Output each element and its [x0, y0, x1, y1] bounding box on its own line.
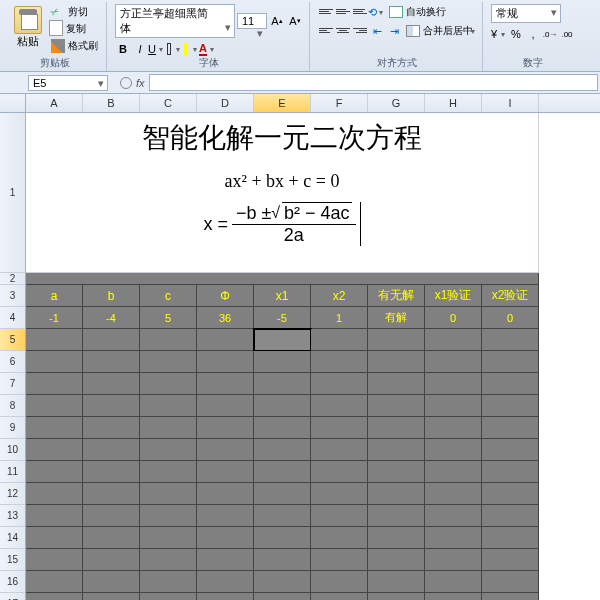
row-header[interactable]: 6: [0, 351, 26, 373]
data-cell[interactable]: [26, 439, 83, 461]
data-cell[interactable]: [425, 593, 482, 600]
data-cell[interactable]: 有解: [368, 307, 425, 329]
header-cell[interactable]: x1: [254, 285, 311, 307]
header-cell[interactable]: b: [83, 285, 140, 307]
row-header[interactable]: 5: [0, 329, 26, 351]
data-cell[interactable]: [311, 593, 368, 600]
data-cell[interactable]: [140, 329, 197, 351]
data-cell[interactable]: [368, 351, 425, 373]
data-cell[interactable]: [140, 571, 197, 593]
increase-decimal-button[interactable]: .0→: [542, 26, 558, 42]
row-header[interactable]: 16: [0, 571, 26, 593]
data-cell[interactable]: [140, 593, 197, 600]
data-cell[interactable]: [425, 571, 482, 593]
data-cell[interactable]: [482, 329, 539, 351]
data-cell[interactable]: [482, 395, 539, 417]
active-cell[interactable]: [254, 329, 311, 351]
title-cell[interactable]: 智能化解一元二次方程 ax² + bx + c = 0 x = −b ± √b²…: [26, 113, 539, 273]
name-box[interactable]: E5: [28, 75, 108, 91]
data-cell[interactable]: [140, 351, 197, 373]
row-header[interactable]: 11: [0, 461, 26, 483]
data-cell[interactable]: [254, 439, 311, 461]
data-cell[interactable]: [83, 505, 140, 527]
data-cell[interactable]: 36: [197, 307, 254, 329]
align-right-button[interactable]: [352, 23, 368, 37]
data-cell[interactable]: 5: [140, 307, 197, 329]
spacer-row[interactable]: [26, 273, 539, 285]
data-cell[interactable]: [254, 483, 311, 505]
col-header[interactable]: C: [140, 94, 197, 112]
increase-font-button[interactable]: A▴: [269, 13, 285, 29]
fx-button[interactable]: fx: [136, 77, 145, 89]
col-header[interactable]: A: [26, 94, 83, 112]
data-cell[interactable]: [197, 505, 254, 527]
data-cell[interactable]: [368, 483, 425, 505]
merge-center-button[interactable]: 合并后居中: [403, 23, 476, 39]
align-bottom-button[interactable]: [352, 4, 368, 18]
data-cell[interactable]: [26, 351, 83, 373]
align-center-button[interactable]: [335, 23, 351, 37]
row-header[interactable]: 1: [0, 113, 26, 273]
data-cell[interactable]: [425, 505, 482, 527]
header-cell[interactable]: a: [26, 285, 83, 307]
data-cell[interactable]: [26, 461, 83, 483]
row-header[interactable]: 9: [0, 417, 26, 439]
decrease-font-button[interactable]: A▾: [287, 13, 303, 29]
col-header[interactable]: H: [425, 94, 482, 112]
data-cell[interactable]: [368, 329, 425, 351]
paste-button[interactable]: 粘贴: [10, 4, 46, 54]
data-cell[interactable]: [254, 593, 311, 600]
currency-button[interactable]: ¥: [491, 26, 507, 42]
data-cell[interactable]: [26, 505, 83, 527]
data-cell[interactable]: [311, 351, 368, 373]
bold-button[interactable]: B: [115, 41, 131, 57]
data-cell[interactable]: [197, 461, 254, 483]
data-cell[interactable]: [26, 373, 83, 395]
data-cell[interactable]: [140, 461, 197, 483]
data-cell[interactable]: [197, 373, 254, 395]
data-cell[interactable]: [197, 527, 254, 549]
data-cell[interactable]: [425, 527, 482, 549]
col-header[interactable]: B: [83, 94, 140, 112]
data-cell[interactable]: [197, 549, 254, 571]
header-cell[interactable]: x2验证: [482, 285, 539, 307]
comma-button[interactable]: ,: [525, 26, 541, 42]
data-cell[interactable]: [26, 483, 83, 505]
data-cell[interactable]: [254, 395, 311, 417]
data-cell[interactable]: [368, 439, 425, 461]
format-painter-button[interactable]: 格式刷: [49, 38, 100, 54]
data-cell[interactable]: [482, 351, 539, 373]
data-cell[interactable]: [254, 373, 311, 395]
data-cell[interactable]: [425, 483, 482, 505]
align-left-button[interactable]: [318, 23, 334, 37]
data-cell[interactable]: [425, 549, 482, 571]
data-cell[interactable]: [83, 351, 140, 373]
data-cell[interactable]: [311, 329, 368, 351]
data-cell[interactable]: [368, 571, 425, 593]
formula-bar[interactable]: [149, 74, 598, 91]
data-cell[interactable]: [311, 417, 368, 439]
data-cell[interactable]: [197, 571, 254, 593]
data-cell[interactable]: [83, 549, 140, 571]
data-cell[interactable]: [254, 549, 311, 571]
copy-button[interactable]: 复制: [49, 21, 100, 37]
data-cell[interactable]: [311, 527, 368, 549]
data-cell[interactable]: [254, 571, 311, 593]
row-header[interactable]: 4: [0, 307, 26, 329]
data-cell[interactable]: [140, 373, 197, 395]
data-cell[interactable]: [140, 395, 197, 417]
data-cell[interactable]: -5: [254, 307, 311, 329]
data-cell[interactable]: [311, 373, 368, 395]
data-cell[interactable]: [311, 439, 368, 461]
data-cell[interactable]: 0: [482, 307, 539, 329]
data-cell[interactable]: [482, 439, 539, 461]
col-header[interactable]: G: [368, 94, 425, 112]
data-cell[interactable]: [254, 417, 311, 439]
fill-color-button[interactable]: [183, 41, 199, 57]
data-cell[interactable]: [26, 395, 83, 417]
data-cell[interactable]: [425, 417, 482, 439]
data-cell[interactable]: [482, 571, 539, 593]
number-format-select[interactable]: 常规: [491, 4, 561, 23]
increase-indent-button[interactable]: ⇥: [386, 23, 402, 39]
data-cell[interactable]: [197, 439, 254, 461]
